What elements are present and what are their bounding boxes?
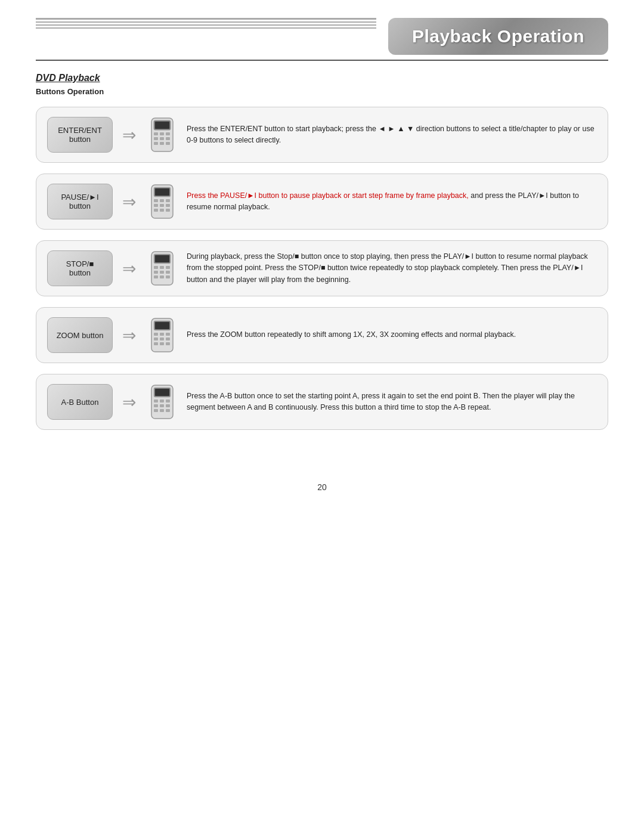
- svg-rect-23: [160, 209, 164, 212]
- device-icon-enter: [145, 117, 178, 153]
- svg-rect-3: [160, 132, 164, 135]
- svg-rect-5: [154, 137, 158, 140]
- svg-rect-29: [160, 266, 164, 269]
- device-icon-zoom: [145, 317, 178, 353]
- svg-rect-20: [160, 204, 164, 207]
- svg-rect-21: [166, 204, 170, 207]
- svg-rect-12: [155, 122, 169, 129]
- svg-rect-15: [155, 188, 169, 196]
- svg-rect-19: [154, 204, 158, 207]
- description-pause: Press the PAUSE/►I button to pause playb…: [187, 190, 597, 213]
- svg-rect-47: [160, 342, 164, 345]
- svg-rect-52: [154, 400, 158, 402]
- svg-rect-46: [154, 342, 158, 345]
- button-label-zoom: ZOOM button: [47, 317, 113, 353]
- svg-rect-40: [154, 333, 158, 336]
- header-line-3: [36, 24, 376, 26]
- svg-rect-51: [155, 389, 169, 396]
- description-enter: Press the ENTER/ENT button to start play…: [187, 123, 597, 147]
- svg-rect-41: [160, 333, 164, 336]
- svg-rect-44: [160, 337, 164, 340]
- svg-rect-45: [166, 337, 170, 340]
- svg-rect-7: [166, 137, 170, 140]
- device-icon-ab: [145, 384, 178, 420]
- header-line-1: [36, 18, 376, 20]
- header-line-2: [36, 21, 376, 23]
- svg-rect-30: [166, 266, 170, 269]
- operation-row-stop: STOP/■button ⇒ During playback, press th…: [36, 240, 608, 296]
- operation-row-pause: PAUSE/►Ibutton ⇒ Press the PAUSE/►I butt: [36, 174, 608, 230]
- svg-rect-9: [160, 142, 164, 145]
- arrow-enter: ⇒: [122, 125, 136, 145]
- arrow-icon: ⇒: [122, 392, 136, 412]
- svg-rect-16: [154, 199, 158, 202]
- operation-row-enter: ENTER/ENTbutton ⇒: [36, 107, 608, 163]
- svg-rect-32: [160, 271, 164, 274]
- arrow-pause: ⇒: [122, 192, 136, 212]
- svg-rect-17: [160, 199, 164, 202]
- arrow-icon: ⇒: [122, 192, 136, 212]
- svg-rect-2: [154, 132, 158, 135]
- button-label-stop: STOP/■button: [47, 250, 113, 286]
- main-content: DVD Playback Buttons Operation ENTER/ENT…: [0, 61, 644, 465]
- header-line-4: [36, 27, 376, 29]
- description-stop: During playback, press the Stop/■ button…: [187, 251, 597, 286]
- button-label-ab: A-B Button: [47, 384, 113, 420]
- arrow-icon: ⇒: [122, 125, 136, 145]
- svg-rect-33: [166, 271, 170, 274]
- svg-rect-22: [154, 209, 158, 212]
- svg-rect-18: [166, 199, 170, 202]
- pause-red-text: Press the PAUSE/►I button to pause playb…: [187, 191, 469, 200]
- svg-rect-35: [160, 275, 164, 278]
- device-icon-pause: [145, 184, 178, 219]
- operation-row-ab: A-B Button ⇒ Press the A-B button once t…: [36, 374, 608, 430]
- description-ab: Press the A-B button once to set the sta…: [187, 391, 597, 414]
- svg-rect-6: [160, 137, 164, 140]
- title-box: Playback Operation: [388, 18, 608, 55]
- svg-rect-10: [166, 142, 170, 145]
- svg-rect-55: [154, 404, 158, 407]
- button-label-enter: ENTER/ENTbutton: [47, 117, 113, 153]
- svg-rect-58: [154, 409, 158, 412]
- svg-rect-8: [154, 142, 158, 145]
- svg-rect-60: [166, 409, 170, 412]
- dvd-playback-title: DVD Playback: [36, 73, 608, 83]
- arrow-zoom: ⇒: [122, 326, 136, 345]
- arrow-icon: ⇒: [122, 326, 136, 345]
- svg-rect-36: [166, 275, 170, 278]
- device-icon-stop: [145, 250, 178, 286]
- svg-rect-54: [166, 400, 170, 402]
- page-title: Playback Operation: [412, 26, 584, 46]
- svg-rect-39: [155, 322, 169, 329]
- svg-rect-31: [154, 271, 158, 274]
- svg-rect-48: [166, 342, 170, 345]
- svg-rect-59: [160, 409, 164, 412]
- page-number: 20: [0, 482, 644, 492]
- operation-row-zoom: ZOOM button ⇒ Press the ZOOM button repe…: [36, 307, 608, 363]
- svg-rect-42: [166, 333, 170, 336]
- header-lines: [36, 18, 376, 36]
- svg-rect-24: [166, 209, 170, 212]
- description-zoom: Press the ZOOM button repeatedly to shif…: [187, 329, 597, 340]
- button-label-pause: PAUSE/►Ibutton: [47, 184, 113, 219]
- svg-rect-57: [166, 404, 170, 407]
- svg-rect-4: [166, 132, 170, 135]
- svg-rect-43: [154, 337, 158, 340]
- svg-rect-53: [160, 400, 164, 402]
- svg-rect-27: [155, 255, 169, 262]
- arrow-ab: ⇒: [122, 392, 136, 412]
- header: Playback Operation: [0, 0, 644, 55]
- svg-rect-56: [160, 404, 164, 407]
- svg-rect-28: [154, 266, 158, 269]
- svg-rect-34: [154, 275, 158, 278]
- arrow-stop: ⇒: [122, 259, 136, 278]
- buttons-operation-label: Buttons Operation: [36, 87, 608, 96]
- arrow-icon: ⇒: [122, 259, 136, 278]
